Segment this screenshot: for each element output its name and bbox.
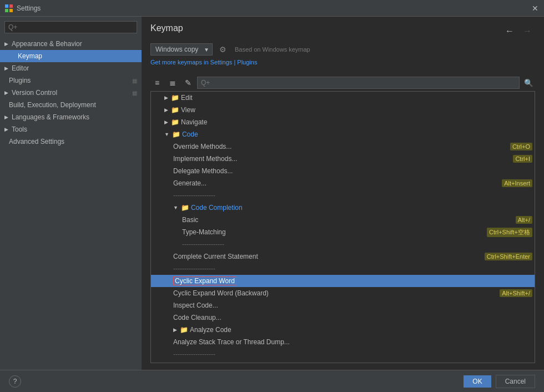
help-button[interactable]: ? (9, 375, 21, 388)
tree-row-type-matching[interactable]: Type-Matching Ctrl+Shift+空格 (151, 226, 535, 238)
tree-row-implement[interactable]: Implement Methods... Ctrl+I (151, 153, 535, 165)
shortcut-badge: Ctrl+J (512, 363, 532, 363)
cancel-button[interactable]: Cancel (496, 375, 535, 388)
row-label: Code Cleanup... (173, 314, 221, 321)
row-label: Navigate (181, 118, 207, 126)
collapse-all-icon: ≡ (155, 78, 159, 87)
sidebar-item-label: Editor (12, 64, 29, 72)
tree-row-complete-current[interactable]: Complete Current Statement Ctrl+Shift+En… (151, 250, 535, 263)
sidebar: ▶ Appearance & Behavior Keymap ▶ Editor … (0, 17, 142, 370)
tree-row-inspect-code[interactable]: Inspect Code... (151, 299, 535, 311)
tree-row-navigate[interactable]: ▶ 📁 Navigate (151, 116, 535, 128)
row-label: Delegate Methods... (173, 167, 233, 175)
collapse-all-button[interactable]: ≡ (150, 77, 164, 89)
row-label: Implement Methods... (173, 155, 237, 163)
arrow-icon: ▶ (4, 90, 8, 96)
tree-row-code-cleanup[interactable]: Code Cleanup... (151, 311, 535, 324)
tree-row-delegate[interactable]: Delegate Methods... (151, 165, 535, 177)
ok-button[interactable]: OK (464, 375, 491, 388)
sidebar-item-appearance[interactable]: ▶ Appearance & Behavior (0, 38, 142, 50)
row-label: Edit (181, 94, 193, 102)
row-label: Code (182, 130, 198, 138)
sidebar-item-label: Version Control (12, 89, 57, 97)
get-more-keymaps-link[interactable]: Get more keymaps in Settings | Plugins (150, 59, 535, 66)
edit-icon: ✎ (185, 78, 192, 87)
row-label: ------------------- (182, 240, 224, 248)
sidebar-item-tools[interactable]: ▶ Tools (0, 123, 142, 135)
row-label: View (181, 106, 195, 114)
row-label: Cyclic Expand Word (Backward) (173, 289, 269, 297)
window-title: Settings (17, 4, 531, 12)
tree-row-basic[interactable]: Basic Alt+/ (151, 214, 535, 226)
nav-back-button[interactable]: ← (502, 25, 517, 37)
sidebar-item-advanced[interactable]: Advanced Settings (0, 135, 142, 148)
folder-icon: 📁 (181, 204, 189, 212)
sidebar-item-build[interactable]: Build, Execution, Deployment (0, 99, 142, 111)
sidebar-search-container (0, 17, 142, 38)
shortcut-badge: Ctrl+Shift+Enter (485, 253, 532, 260)
titlebar: Settings ✕ (0, 0, 544, 17)
sidebar-item-label: Advanced Settings (9, 138, 64, 145)
sidebar-item-languages[interactable]: ▶ Languages & Frameworks (0, 111, 142, 123)
tree-row-insert-live-template[interactable]: Insert Live Template... Ctrl+J (151, 360, 535, 363)
search-icon-button[interactable]: 🔍 (522, 77, 535, 89)
sidebar-search-input[interactable] (4, 21, 137, 33)
nav-buttons: ← → (502, 25, 535, 37)
shortcut-badge: Ctrl+I (513, 155, 532, 163)
keymap-tree[interactable]: ▶ 📁 Edit ▶ 📁 View ▶ (150, 91, 535, 363)
shortcut-badge: Alt+/ (516, 216, 532, 224)
tree-row-sep3: ------------------- (151, 263, 535, 275)
arrow-icon: ▶ (4, 114, 8, 120)
tree-row-analyze-stacktrace[interactable]: Analyze Stack Trace or Thread Dump... (151, 336, 535, 348)
sidebar-item-editor[interactable]: ▶ Editor (0, 62, 142, 74)
edit-shortcuts-button[interactable]: ✎ (182, 77, 195, 89)
tree-row-generate[interactable]: Generate... Alt+Insert (151, 177, 535, 189)
keymap-select[interactable]: Windows copy (150, 43, 213, 56)
svg-rect-0 (5, 4, 8, 8)
tree-row-cyclic-expand-word-backward[interactable]: Cyclic Expand Word (Backward) Alt+Shift+… (151, 287, 535, 299)
row-label: Insert Live Template... (173, 363, 238, 363)
row-label: Analyze Stack Trace or Thread Dump... (173, 338, 290, 346)
arrow-icon: ▶ (164, 107, 168, 113)
get-more-link-row: Get more keymaps in Settings | Plugins (150, 59, 535, 71)
tree-row-cyclic-expand-word[interactable]: Cyclic Expand Word (151, 275, 535, 287)
keymap-search-input[interactable] (197, 77, 520, 89)
arrow-icon: ▶ (164, 119, 168, 125)
row-label: Analyze Code (190, 326, 231, 334)
tree-row-sep1: ------------------- (151, 189, 535, 202)
row-label: Type-Matching (182, 228, 226, 236)
sidebar-item-keymap[interactable]: Keymap (0, 50, 142, 62)
sidebar-item-label: Build, Execution, Deployment (9, 101, 96, 109)
row-label: Basic (182, 216, 198, 224)
folder-icon: 📁 (171, 118, 179, 126)
tree-row-override[interactable]: Override Methods... Ctrl+O (151, 140, 535, 153)
row-label: Generate... (173, 179, 206, 187)
keymap-select-wrapper: Windows copy ▼ (150, 43, 213, 56)
tree-row-edit[interactable]: ▶ 📁 Edit (151, 92, 535, 104)
sidebar-item-label: Tools (12, 125, 27, 133)
sidebar-item-label: Keymap (18, 52, 42, 60)
close-button[interactable]: ✕ (531, 4, 540, 13)
tree-row-view[interactable]: ▶ 📁 View (151, 104, 535, 116)
main-content: ▶ Appearance & Behavior Keymap ▶ Editor … (0, 17, 544, 370)
arrow-icon: ▶ (164, 95, 168, 100)
gear-icon[interactable]: ⚙ (217, 44, 228, 55)
row-label: ------------------- (173, 350, 215, 358)
folder-icon: 📁 (171, 106, 179, 114)
tree-row-code-completion[interactable]: ▼ 📁 Code Completion (151, 202, 535, 214)
tree-row-sep4: ------------------- (151, 348, 535, 360)
shortcut-badge: Alt+Shift+/ (500, 289, 532, 297)
tree-row-code[interactable]: ▼ 📁 Code (151, 128, 535, 140)
tree-row-analyze-code[interactable]: ▶ 📁 Analyze Code (151, 324, 535, 336)
right-panel: Keymap ← → Windows copy ▼ ⚙ Based on Win… (142, 17, 544, 370)
expand-all-button[interactable]: ≣ (166, 77, 179, 89)
arrow-icon: ▶ (173, 327, 177, 333)
svg-rect-3 (9, 9, 13, 12)
search-icon: 🔍 (524, 79, 533, 87)
sidebar-item-plugins[interactable]: Plugins ▦ (0, 74, 142, 87)
svg-rect-1 (9, 4, 13, 8)
expand-all-icon: ≣ (169, 78, 176, 87)
sidebar-item-version-control[interactable]: ▶ Version Control ▦ (0, 87, 142, 99)
based-on-text: Based on Windows keymap (235, 46, 310, 53)
nav-forward-button[interactable]: → (520, 25, 535, 37)
